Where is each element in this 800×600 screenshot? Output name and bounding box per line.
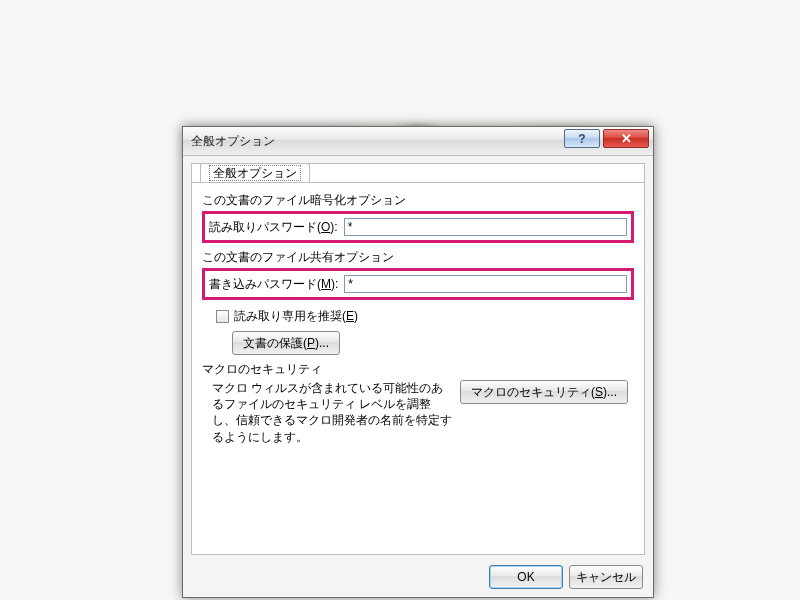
content-area: この文書のファイル暗号化オプション 読み取りパスワード(O): この文書のファイ…	[202, 190, 634, 550]
protect-document-button[interactable]: 文書の保護(P)...	[232, 331, 340, 355]
cancel-button[interactable]: キャンセル	[569, 565, 643, 589]
dialog-footer: OK キャンセル	[183, 557, 653, 597]
macro-heading: マクロのセキュリティ	[202, 361, 634, 378]
readonly-label: 読み取り専用を推奨(E)	[234, 308, 358, 325]
general-options-dialog: 全般オプション ? ✕ 全般オプション この文書のファイル暗号化オプション 読み…	[182, 126, 654, 598]
write-password-row: 書き込みパスワード(M):	[202, 268, 634, 300]
ok-button[interactable]: OK	[489, 565, 563, 589]
ok-label: OK	[517, 570, 534, 584]
share-group-label: この文書のファイル共有オプション	[202, 249, 634, 266]
write-password-label: 書き込みパスワード(M):	[209, 276, 338, 293]
encrypt-group-label: この文書のファイル暗号化オプション	[202, 192, 634, 209]
protect-row: 文書の保護(P)...	[232, 331, 634, 355]
tab-label: 全般オプション	[209, 165, 301, 181]
read-password-row: 読み取りパスワード(O):	[202, 211, 634, 243]
readonly-row: 読み取り専用を推奨(E)	[216, 308, 634, 325]
help-button[interactable]: ?	[564, 129, 600, 148]
write-password-input[interactable]	[344, 275, 627, 293]
read-password-input[interactable]	[344, 218, 627, 236]
tab-strip	[192, 182, 644, 183]
tab-general-options[interactable]: 全般オプション	[200, 163, 310, 183]
dialog-title: 全般オプション	[191, 133, 275, 150]
macro-row: マクロ ウィルスが含まれている可能性のあるファイルのセキュリティ レベルを調整し…	[212, 380, 634, 445]
readonly-checkbox[interactable]	[216, 310, 229, 323]
close-button[interactable]: ✕	[603, 129, 649, 148]
read-password-label: 読み取りパスワード(O):	[209, 219, 338, 236]
macro-security-button[interactable]: マクロのセキュリティ(S)...	[460, 380, 628, 404]
help-icon: ?	[578, 132, 585, 146]
titlebar[interactable]: 全般オプション ? ✕	[183, 127, 653, 156]
close-icon: ✕	[621, 132, 632, 145]
cancel-label: キャンセル	[576, 569, 636, 586]
macro-description: マクロ ウィルスが含まれている可能性のあるファイルのセキュリティ レベルを調整し…	[212, 380, 452, 445]
dialog-body: 全般オプション この文書のファイル暗号化オプション 読み取りパスワード(O): …	[191, 163, 645, 555]
